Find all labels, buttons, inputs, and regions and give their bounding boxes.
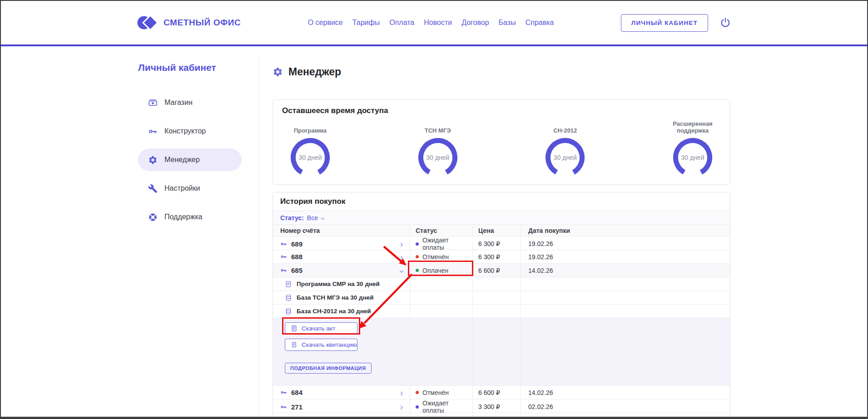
status-text: Отменён — [422, 253, 449, 261]
sidebar-item-support[interactable]: Поддержка — [138, 206, 242, 228]
invoice-number: 689 — [291, 240, 303, 248]
chevron-right-icon[interactable] — [399, 390, 404, 395]
nav-link-about-service[interactable]: О сервисе — [308, 19, 343, 27]
chevron-down-icon — [320, 215, 325, 220]
gauge-value: 30 дней — [291, 138, 330, 177]
key-icon — [280, 267, 287, 274]
invoice-row-685[interactable]: 685 Оплачен 6 600 ₽ 14.02.26 — [273, 264, 730, 277]
banknote-icon — [148, 98, 158, 108]
details-button[interactable]: ПОДРОБНАЯ ИНФОРМАЦИЯ — [285, 363, 372, 374]
logo-icon — [137, 14, 158, 32]
col-date: Дата покупки — [521, 225, 730, 236]
program-document-icon — [285, 281, 292, 288]
chevron-right-icon[interactable] — [399, 254, 404, 260]
status-filter-label: Статус: — [280, 214, 304, 222]
history-table-body: 689 Ожидает оплаты 6 300 ₽ 19.02.26 688 … — [273, 237, 730, 419]
key-icon — [280, 404, 287, 410]
invoice-row-684[interactable]: 684 Отменён 6 600 ₽ 14.02.26 — [273, 386, 730, 399]
page-title-row: Менеджер — [273, 66, 730, 78]
price: 3 300 ₽ — [478, 403, 500, 410]
nav-link-news[interactable]: Новости — [424, 19, 452, 27]
gauge-value: 30 дней — [546, 138, 585, 177]
sidebar-item-label: Настройки — [164, 184, 200, 192]
chevron-down-icon[interactable] — [399, 268, 404, 273]
status-text: Оплачен — [422, 267, 448, 274]
key-icon — [280, 389, 287, 396]
invoice-row-689[interactable]: 689 Ожидает оплаты 6 300 ₽ 19.02.26 — [273, 237, 730, 250]
purchase-date: 02.02.26 — [528, 403, 553, 410]
access-card-title: Оставшееся время доступа — [282, 106, 721, 115]
personal-account-button[interactable]: ЛИЧНЫЙ КАБИНЕТ — [621, 14, 708, 32]
purchase-item-row: Программа СМР на 30 дней — [273, 277, 730, 291]
chevron-right-icon[interactable] — [399, 241, 404, 246]
invoice-row-partial — [273, 413, 730, 419]
status-badge: Отменён — [416, 253, 449, 261]
purchase-date: 14.02.26 — [528, 267, 553, 274]
status-text: Отменён — [422, 389, 449, 396]
gauge-value: 30 дней — [418, 138, 457, 177]
app-window: СМЕТНЫЙ ОФИС О сервисеТарифыОплатаНовост… — [0, 0, 868, 419]
gauge-extended-support: Расширенная поддержка 30 дней — [667, 121, 718, 177]
gauge-ring-icon: 30 дней — [673, 138, 712, 177]
gear-icon — [148, 155, 158, 165]
purchase-item-label: Программа СМР на 30 дней — [297, 281, 380, 287]
sidebar: Личный кабинет МагазинКонструкторМенедже… — [138, 46, 247, 234]
chevron-right-icon[interactable] — [399, 404, 404, 409]
sidebar-item-constructor[interactable]: Конструктор — [138, 120, 242, 143]
status-dot-icon — [416, 242, 419, 246]
nav-link-help[interactable]: Справка — [526, 19, 554, 27]
sidebar-item-settings[interactable]: Настройки — [138, 177, 242, 200]
main-content: Менеджер Оставшееся время доступа Програ… — [273, 46, 730, 419]
key-icon — [280, 241, 287, 247]
price: 6 600 ₽ — [478, 389, 500, 396]
status-badge: Ожидает оплаты — [416, 399, 467, 414]
nav-link-tariffs[interactable]: Тарифы — [352, 19, 380, 27]
invoice-number: 685 — [291, 266, 303, 274]
logo[interactable]: СМЕТНЫЙ ОФИС — [137, 14, 241, 32]
history-title: История покупок — [273, 192, 730, 211]
gauge-label: Программа — [294, 121, 327, 134]
nav-link-contract[interactable]: Договор — [461, 19, 489, 27]
database-icon — [285, 308, 292, 315]
sidebar-item-manager[interactable]: Менеджер — [138, 148, 242, 171]
header-right: ЛИЧНЫЙ КАБИНЕТ — [621, 14, 731, 32]
gauge-label: СН-2012 — [553, 121, 577, 134]
receipt-icon — [291, 341, 298, 348]
sidebar-title: Личный кабинет — [138, 62, 247, 73]
invoice-row-688[interactable]: 688 Отменён 6 300 ₽ 19.02.26 — [273, 250, 730, 264]
status-filter-dropdown[interactable]: Все — [307, 214, 325, 222]
database-icon — [285, 294, 292, 301]
invoice-row-271[interactable]: 271 Ожидает оплаты 3 300 ₽ 02.02.26 — [273, 399, 730, 413]
purchase-history-card: История покупок Статус: Все Номер счёта … — [273, 192, 730, 419]
gauge-value: 30 дней — [673, 138, 712, 177]
purchase-item-label: База СН-2012 на 30 дней — [297, 308, 371, 315]
gauge-label: Расширенная поддержка — [667, 121, 718, 134]
sidebar-item-label: Менеджер — [164, 156, 200, 164]
page-title: Менеджер — [288, 66, 341, 78]
download-act-button[interactable]: Скачать акт — [285, 322, 357, 335]
col-status: Статус — [410, 225, 473, 236]
status-text: Ожидает оплаты — [422, 399, 467, 414]
col-price: Цена — [473, 225, 521, 236]
purchase-item-row: База СН-2012 на 30 дней — [273, 305, 730, 318]
purchase-item-label: База ТСН МГЭ на 30 дней — [297, 294, 374, 301]
download-receipt-button[interactable]: Скачать квитанцию — [285, 339, 357, 351]
status-dot-icon — [416, 255, 419, 258]
gauge-ring-icon: 30 дней — [546, 138, 585, 177]
manager-gear-icon — [273, 67, 283, 77]
sidebar-divider — [258, 58, 259, 417]
wrench-icon — [148, 184, 158, 193]
sidebar-item-shop[interactable]: Магазин — [138, 91, 242, 114]
price: 6 300 ₽ — [478, 253, 500, 261]
nav-link-databases[interactable]: Базы — [499, 19, 516, 27]
status-dot-icon — [416, 391, 419, 394]
act-document-icon — [291, 325, 298, 332]
purchase-date: 14.02.26 — [528, 389, 553, 396]
nav-link-payment[interactable]: Оплата — [389, 19, 414, 27]
power-icon[interactable] — [720, 17, 731, 28]
key-icon — [148, 127, 158, 136]
status-filter-row: Статус: Все — [273, 211, 730, 225]
table-header: Номер счёта Статус Цена Дата покупки — [273, 225, 730, 237]
purchase-date: 19.02.26 — [528, 253, 553, 261]
gauge-sn-2012: СН-2012 30 дней — [540, 121, 590, 177]
